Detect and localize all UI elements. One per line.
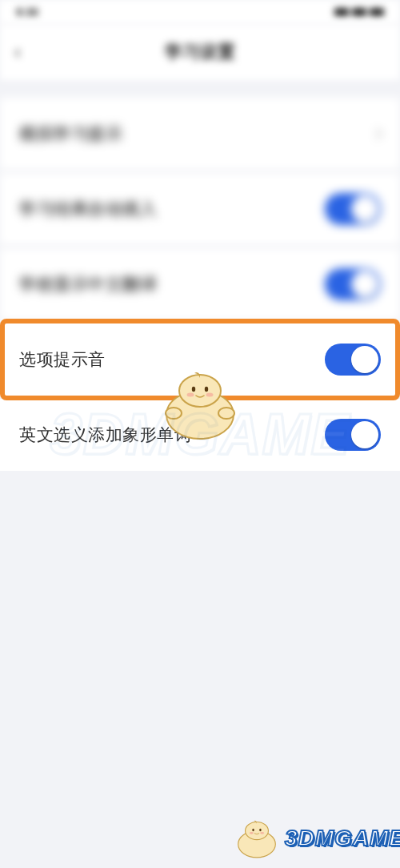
highlight-wrap: 选项提示音 [0, 323, 400, 396]
page-title: 学习设置 [165, 40, 235, 64]
row-auto-fill[interactable]: 学习结果自动填入 [0, 173, 400, 245]
row-label: 学校显示中文翻译 [19, 273, 157, 295]
mascot-icon [232, 818, 282, 858]
nav-bar: ‹ 学习设置 [0, 24, 400, 80]
svg-point-11 [259, 829, 261, 832]
svg-point-12 [250, 832, 254, 834]
chevron-right-icon [371, 128, 382, 139]
settings-list: 模拟学习提示 学习结果自动填入 学校显示中文翻译 选项提示音 英文选义添加象形单… [0, 98, 400, 471]
row-label: 模拟学习提示 [19, 123, 122, 145]
row-study-prompt[interactable]: 模拟学习提示 [0, 98, 400, 170]
toggle-show-translation[interactable] [325, 268, 381, 300]
status-right [334, 8, 384, 16]
toggle-auto-fill[interactable] [325, 193, 381, 225]
status-bar: 9:30 [0, 0, 400, 24]
svg-point-8 [238, 831, 276, 858]
row-label: 英文选义添加象形单词 [19, 424, 191, 446]
svg-point-10 [252, 829, 254, 832]
row-pictographic-words[interactable]: 英文选义添加象形单词 [0, 399, 400, 471]
back-button[interactable]: ‹ [14, 41, 21, 63]
row-option-sound[interactable]: 选项提示音 [0, 323, 400, 396]
toggle-pictographic-words[interactable] [325, 419, 381, 451]
svg-point-13 [260, 832, 264, 834]
toggle-option-sound[interactable] [325, 344, 381, 376]
row-label: 学习结果自动填入 [19, 198, 157, 220]
screen: 9:30 ‹ 学习设置 模拟学习提示 学习结果自动填入 学校显示中文翻译 选项提… [0, 0, 400, 868]
watermark-small: 3DMGAME [232, 818, 400, 858]
status-time: 9:30 [16, 6, 38, 18]
svg-point-9 [245, 822, 268, 839]
row-label: 选项提示音 [19, 348, 106, 371]
row-show-translation[interactable]: 学校显示中文翻译 [0, 248, 400, 320]
